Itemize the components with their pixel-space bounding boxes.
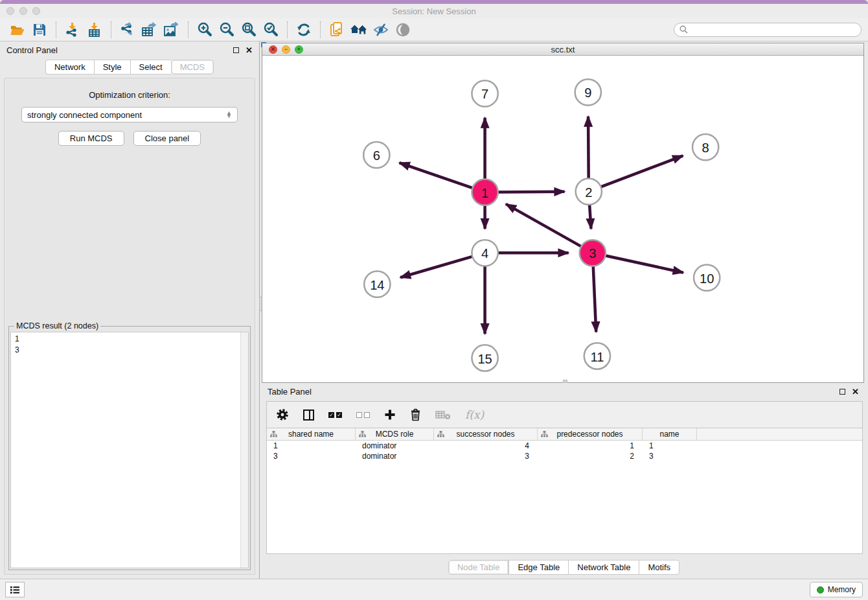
network-canvas[interactable]: 7968124314101511 (262, 56, 863, 382)
refresh-button[interactable] (293, 21, 315, 39)
mcds-result-item[interactable]: 3 (15, 345, 244, 356)
save-session-button[interactable] (29, 21, 51, 39)
tab-motifs[interactable]: Motifs (639, 560, 680, 575)
column-header-name[interactable]: name (643, 428, 697, 440)
cell-mcds-role[interactable]: dominator (356, 441, 434, 451)
column-header-successor-nodes[interactable]: successor nodes (434, 428, 538, 440)
mcds-result-item[interactable]: 1 (15, 334, 244, 345)
column-header-predecessor-nodes[interactable]: predecessor nodes (538, 428, 643, 440)
node-4[interactable]: 4 (472, 240, 497, 266)
tab-mcds[interactable]: MCDS (171, 60, 214, 75)
edge-3-10[interactable] (606, 256, 683, 273)
hide-graphics-details-button[interactable] (370, 21, 392, 39)
table-row[interactable]: 3 dominator 3 2 3 (267, 451, 862, 461)
tab-network-table[interactable]: Network Table (568, 560, 639, 575)
deselect-all-columns-icon[interactable] (356, 412, 370, 418)
edge-3-11[interactable] (593, 266, 597, 332)
show-graphics-details-button[interactable] (392, 21, 414, 39)
edge-2-9[interactable] (588, 117, 589, 179)
edge-3-1[interactable] (506, 204, 581, 247)
node-3[interactable]: 3 (580, 240, 606, 266)
svg-text:8: 8 (702, 141, 709, 155)
memory-button[interactable]: Memory (810, 582, 863, 597)
network-window-titlebar[interactable]: ✕ − + scc.txt (262, 43, 863, 56)
svg-text:9: 9 (584, 86, 591, 100)
edge-1-6[interactable] (400, 163, 473, 188)
tab-node-table[interactable]: Node Table (448, 560, 509, 575)
column-header-mcds-role[interactable]: MCDS role (356, 428, 434, 440)
node-15[interactable]: 15 (472, 345, 497, 371)
export-network-button[interactable] (117, 21, 139, 39)
node-1[interactable]: 1 (472, 179, 497, 205)
tab-style[interactable]: Style (94, 60, 130, 75)
edge-2-8[interactable] (601, 156, 683, 187)
delete-column-trash-icon[interactable] (410, 408, 421, 421)
float-table-panel-icon[interactable] (839, 389, 845, 395)
cell-shared-name[interactable]: 1 (267, 441, 356, 451)
import-network-button[interactable] (62, 21, 84, 39)
close-panel-button[interactable]: Close panel (133, 131, 201, 146)
refresh-icon (296, 22, 312, 38)
main-toolbar (0, 18, 868, 41)
application-window: Session: New Session (0, 0, 868, 600)
delete-table-icon[interactable] (435, 410, 451, 420)
search-field[interactable] (674, 23, 862, 37)
table-settings-gear-icon[interactable] (276, 408, 289, 421)
close-table-panel-icon[interactable]: ✕ (852, 387, 859, 396)
copy-views-button[interactable] (326, 21, 348, 39)
edge-2-3[interactable] (589, 205, 591, 229)
close-panel-icon[interactable]: ✕ (246, 46, 253, 54)
task-history-button[interactable] (5, 582, 25, 597)
cell-name[interactable]: 1 (643, 441, 697, 451)
mcds-result-list[interactable]: 1 3 (10, 332, 249, 568)
open-file-button[interactable] (6, 21, 29, 39)
search-input[interactable] (691, 25, 853, 34)
node-10[interactable]: 10 (694, 265, 720, 291)
cell-predecessor-nodes[interactable]: 1 (538, 441, 643, 451)
node-7[interactable]: 7 (472, 80, 497, 106)
svg-text:6: 6 (373, 148, 380, 163)
table-row[interactable]: 1 dominator 4 1 1 (267, 441, 862, 451)
zoom-out-button[interactable] (216, 21, 238, 39)
cell-mcds-role[interactable]: dominator (356, 451, 434, 461)
tab-select[interactable]: Select (130, 60, 171, 75)
edge-1-2[interactable] (498, 192, 565, 192)
cell-successor-nodes[interactable]: 4 (434, 441, 538, 451)
node-11[interactable]: 11 (584, 343, 610, 369)
run-mcds-button[interactable]: Run MCDS (58, 131, 124, 146)
svg-text:4: 4 (481, 247, 488, 261)
cell-shared-name[interactable]: 3 (267, 451, 356, 461)
add-column-icon[interactable] (384, 409, 396, 421)
node-9[interactable]: 9 (575, 79, 601, 105)
import-table-button[interactable] (84, 21, 106, 39)
zoom-fit-button[interactable] (238, 21, 260, 39)
node-6[interactable]: 6 (363, 142, 389, 168)
cell-name[interactable]: 3 (643, 451, 697, 461)
network-resize-handle[interactable] (563, 380, 567, 383)
cell-successor-nodes[interactable]: 3 (434, 451, 538, 461)
node-14[interactable]: 14 (364, 271, 390, 297)
control-panel-tabs: Network Style Select MCDS (0, 60, 259, 75)
select-all-columns-icon[interactable]: ✓✓ (328, 412, 342, 418)
svg-text:10: 10 (700, 271, 714, 286)
float-panel-icon[interactable] (233, 47, 239, 53)
cell-predecessor-nodes[interactable]: 2 (538, 451, 643, 461)
export-table-button[interactable] (139, 21, 161, 39)
export-image-button[interactable] (161, 21, 183, 39)
zoom-selected-button[interactable] (260, 21, 282, 39)
first-neighbors-button[interactable] (348, 21, 370, 39)
edge-4-14[interactable] (400, 257, 472, 277)
tab-network[interactable]: Network (45, 60, 94, 75)
attribute-icon (270, 431, 277, 437)
column-header-shared-name[interactable]: shared name (267, 428, 356, 440)
function-builder-icon[interactable]: f(x) (465, 408, 484, 421)
node-8[interactable]: 8 (692, 134, 718, 160)
optimization-criterion-select[interactable]: strongly connected component ▲▼ (21, 107, 238, 122)
column-chooser-icon[interactable] (303, 410, 314, 421)
network-view-window: ✕ − + scc.txt 7968124314101511 (262, 43, 864, 383)
zoom-in-button[interactable] (194, 21, 216, 39)
houses-icon (350, 23, 368, 37)
tab-edge-table[interactable]: Edge Table (508, 560, 568, 575)
node-2[interactable]: 2 (576, 179, 602, 205)
result-scrollbar[interactable] (240, 332, 248, 568)
